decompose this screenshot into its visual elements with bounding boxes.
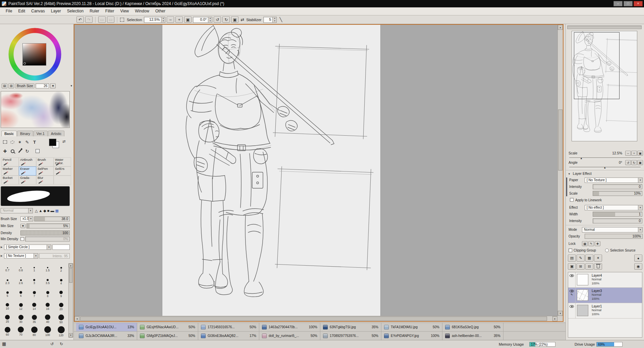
menu-item[interactable]: Other bbox=[152, 7, 168, 15]
layer-thumbnail[interactable] bbox=[577, 305, 588, 316]
brush-size-slider[interactable]: 38.0 bbox=[34, 216, 70, 221]
lock-toggle-button[interactable]: ✎ bbox=[588, 241, 594, 246]
tool-tab[interactable]: Artistic bbox=[48, 131, 65, 136]
brush-size-unit-button[interactable]: ◆ bbox=[50, 83, 56, 88]
min-size-slider[interactable]: 5% bbox=[26, 223, 70, 228]
layer-create-button[interactable]: ✶ bbox=[594, 255, 602, 262]
file-tab[interactable]: TkFA1MDfAfU.jpg 50% bbox=[381, 323, 442, 331]
tool-button[interactable] bbox=[54, 176, 71, 185]
title-bar[interactable]: PaintTool SAI Ver.2 (64bit) Preview.2020… bbox=[0, 0, 644, 7]
color-wheel[interactable] bbox=[8, 28, 61, 81]
scale-slider[interactable]: ▲ bbox=[569, 157, 641, 159]
brush-size-preset[interactable]: 8 bbox=[41, 288, 54, 300]
menu-item[interactable]: Layer bbox=[48, 7, 64, 15]
brush-tip-shape-button[interactable]: ■ bbox=[47, 208, 50, 213]
tool-button[interactable]: Grada- bbox=[19, 176, 36, 185]
tool-button[interactable]: Brush bbox=[36, 157, 54, 166]
brush-size-preset[interactable]: 120 bbox=[54, 325, 68, 338]
brush-size-preset[interactable]: 2.3 bbox=[1, 276, 14, 288]
scroll-up-icon[interactable]: ▴ bbox=[558, 25, 563, 30]
rotate-cw-button[interactable]: ↻ bbox=[222, 16, 230, 23]
rotate-ccw-button[interactable]: ↺ bbox=[214, 16, 221, 23]
brush-size-preset[interactable]: 1.5 bbox=[41, 263, 54, 276]
angle-ccw-button[interactable]: ↺ bbox=[625, 160, 631, 165]
brush-size-preset[interactable]: 30 bbox=[14, 313, 28, 325]
menu-item[interactable]: File bbox=[3, 7, 15, 15]
file-tab[interactable]: GciEgy3XoAA1OU... 13% bbox=[76, 323, 137, 331]
layer-target-button[interactable]: ◉ bbox=[634, 263, 642, 270]
scale-minus-button[interactable]: – bbox=[625, 151, 631, 156]
menu-item[interactable]: Ruler bbox=[87, 7, 102, 15]
scroll-left-icon[interactable]: ◂ bbox=[74, 316, 79, 321]
lock-toggle-button[interactable]: ▦ bbox=[582, 241, 588, 246]
brush-size-preset[interactable]: 2 bbox=[54, 263, 68, 276]
angle-spinner[interactable]: ▴▾ bbox=[208, 17, 212, 23]
brush-size-preset[interactable]: 70 bbox=[14, 325, 28, 338]
min-density-checkbox[interactable] bbox=[20, 237, 24, 241]
scroll-down-icon[interactable]: ▾ bbox=[558, 311, 563, 316]
brush-tip-shape-button[interactable]: ▲ bbox=[39, 208, 42, 213]
reselect-button[interactable]: ▭ bbox=[107, 16, 114, 23]
brush-size-preset[interactable]: 25 bbox=[1, 313, 14, 325]
color-scratchpad[interactable] bbox=[1, 91, 70, 128]
scrollbar-thumb[interactable] bbox=[69, 268, 72, 283]
scroll-right-icon[interactable]: ▸ bbox=[552, 316, 557, 321]
scale-plus-button[interactable]: + bbox=[631, 151, 637, 156]
file-tab[interactable]: ash-hellbender-00... 35% bbox=[442, 332, 503, 340]
brush-size-preset[interactable]: 50 bbox=[54, 313, 68, 325]
tool-button[interactable]: Eraser bbox=[19, 166, 36, 176]
horizontal-scroll-thumb[interactable] bbox=[80, 317, 547, 321]
minimize-button[interactable]: – bbox=[613, 1, 623, 6]
stabilizer-spinner[interactable]: ▴▾ bbox=[273, 17, 277, 23]
angle-slider[interactable]: ▲ bbox=[569, 167, 641, 168]
saturation-value-square[interactable] bbox=[22, 43, 46, 66]
effect-dropdown[interactable]: [ No effect ] ▾ bbox=[585, 205, 643, 210]
paint-mode-dropdown[interactable]: Normal ▾ bbox=[1, 208, 33, 213]
tool-button[interactable]: Blur bbox=[36, 176, 54, 185]
lock-toggle-button[interactable]: ✚ bbox=[595, 241, 600, 246]
clipping-group-checkbox[interactable] bbox=[569, 249, 572, 252]
brush-size-preset[interactable]: 4 bbox=[54, 276, 68, 288]
color-swatches[interactable] bbox=[49, 139, 60, 149]
tool-button[interactable]: AirBrush bbox=[19, 157, 36, 166]
stabilizer-combo[interactable]: 5 ▴▾ bbox=[263, 17, 277, 23]
expand-icon[interactable]: ▶ bbox=[1, 255, 3, 257]
layer-create-button[interactable]: ✎ bbox=[577, 255, 585, 262]
zoom-combo[interactable]: 12.5% ▴▾ bbox=[144, 17, 165, 23]
file-tab[interactable]: doll_by_rurimari5_... 50% bbox=[259, 332, 320, 340]
magic-wand-tool-icon[interactable]: ✶ bbox=[16, 138, 23, 146]
tool-button[interactable]: Bucket bbox=[1, 176, 19, 185]
effect-width-slider[interactable]: 1 bbox=[593, 212, 642, 217]
deselect-button[interactable]: ▭ bbox=[98, 16, 106, 23]
brush-tip-shape-button[interactable]: ◆ bbox=[43, 208, 46, 213]
layer-create-button[interactable]: ▤ bbox=[568, 255, 576, 262]
zoom-out-button[interactable]: – bbox=[167, 16, 174, 23]
color-panel-button-1[interactable]: ▤ bbox=[2, 83, 7, 88]
layer-edit-button[interactable]: ⊞ bbox=[577, 263, 585, 270]
brush-tip-shape-button[interactable]: ▬ bbox=[50, 208, 54, 213]
brush-size-preset[interactable]: 35 bbox=[28, 313, 41, 325]
canvas-document[interactable] bbox=[162, 25, 380, 316]
eyedropper-tool-icon[interactable] bbox=[16, 147, 23, 155]
zoom-in-button[interactable]: + bbox=[175, 16, 183, 23]
file-tab[interactable]: 6B1KI5aS3eQ.jpg 50% bbox=[442, 323, 503, 331]
tool-button[interactable]: Marker bbox=[1, 166, 19, 176]
color-panel-button-2[interactable]: ▥ bbox=[8, 83, 14, 88]
layer-edit-button[interactable]: ⊟ bbox=[585, 263, 593, 270]
menu-item[interactable]: Filter bbox=[102, 7, 117, 15]
brush-size-preset[interactable]: 80 bbox=[28, 325, 41, 338]
zoom-tool-icon[interactable] bbox=[9, 147, 16, 155]
file-tab[interactable]: 17089297753976... 50% bbox=[320, 332, 381, 340]
navigator-handle[interactable] bbox=[567, 25, 642, 29]
scroll-up-icon[interactable]: ▲ bbox=[69, 264, 73, 268]
dropdown-icon[interactable]: ▾ bbox=[28, 208, 33, 213]
brush-size-preset[interactable]: 0.8 bbox=[14, 263, 28, 276]
brush-size-preset[interactable]: 14 bbox=[28, 300, 41, 313]
brush-size-preset[interactable]: 12 bbox=[14, 300, 28, 313]
file-tab[interactable]: 1721459316576... 50% bbox=[198, 323, 259, 331]
brush-size-preset[interactable]: 16 bbox=[41, 300, 54, 313]
lasso-tool-icon[interactable] bbox=[9, 138, 16, 146]
brush-size-preset[interactable]: 1 bbox=[28, 263, 41, 276]
brush-size-preset[interactable]: 3.5 bbox=[41, 276, 54, 288]
layer-thumbnail[interactable] bbox=[577, 289, 588, 301]
